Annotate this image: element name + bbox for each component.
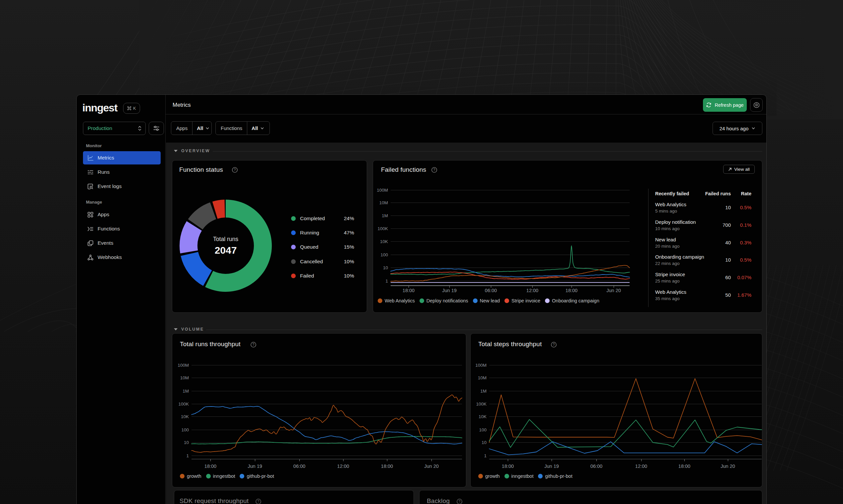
svg-text:Jun 19: Jun 19 [544,464,559,469]
svg-text:06:00: 06:00 [485,288,497,293]
svg-text:Total runs: Total runs [213,236,238,242]
svg-text:10: 10 [383,265,388,270]
svg-text:18:00: 18:00 [204,464,217,469]
svg-text:1M: 1M [183,389,189,394]
svg-text:100K: 100K [178,401,189,407]
svg-text:100M: 100M [475,363,486,368]
svg-text:Jun 19: Jun 19 [442,288,457,293]
svg-text:100M: 100M [177,363,189,368]
svg-text:Jun 19: Jun 19 [247,464,262,469]
svg-text:10K: 10K [181,414,189,419]
svg-text:12:00: 12:00 [527,288,538,293]
svg-text:18:00: 18:00 [678,464,690,469]
svg-text:10: 10 [184,440,189,445]
svg-text:18:00: 18:00 [502,464,514,469]
svg-text:06:00: 06:00 [590,464,602,469]
svg-text:Jun 20: Jun 20 [424,464,439,469]
svg-text:10: 10 [482,440,486,445]
svg-text:18:00: 18:00 [381,464,393,469]
svg-text:1M: 1M [382,213,388,218]
svg-text:100: 100 [181,427,189,432]
svg-text:1M: 1M [480,389,486,394]
svg-text:Jun 20: Jun 20 [721,464,735,469]
svg-text:1: 1 [186,453,189,458]
svg-text:100K: 100K [476,401,486,407]
svg-text:10M: 10M [478,375,486,380]
svg-text:1: 1 [484,453,486,458]
svg-text:12:00: 12:00 [635,464,647,469]
svg-text:100: 100 [380,252,388,257]
svg-text:1: 1 [385,278,388,284]
svg-text:2047: 2047 [215,245,237,256]
svg-text:Jun 20: Jun 20 [606,288,621,293]
svg-text:18:00: 18:00 [402,288,414,293]
svg-text:100K: 100K [377,226,388,231]
svg-text:100M: 100M [377,188,388,193]
svg-text:18:00: 18:00 [566,288,578,293]
svg-text:100: 100 [479,427,486,432]
svg-text:10K: 10K [479,414,486,419]
svg-text:10K: 10K [380,239,388,244]
svg-text:06:00: 06:00 [293,464,305,469]
svg-text:10M: 10M [180,375,189,380]
svg-text:12:00: 12:00 [337,464,349,469]
svg-text:?: ? [459,499,461,503]
svg-text:?: ? [258,499,260,503]
svg-text:10M: 10M [379,200,388,205]
